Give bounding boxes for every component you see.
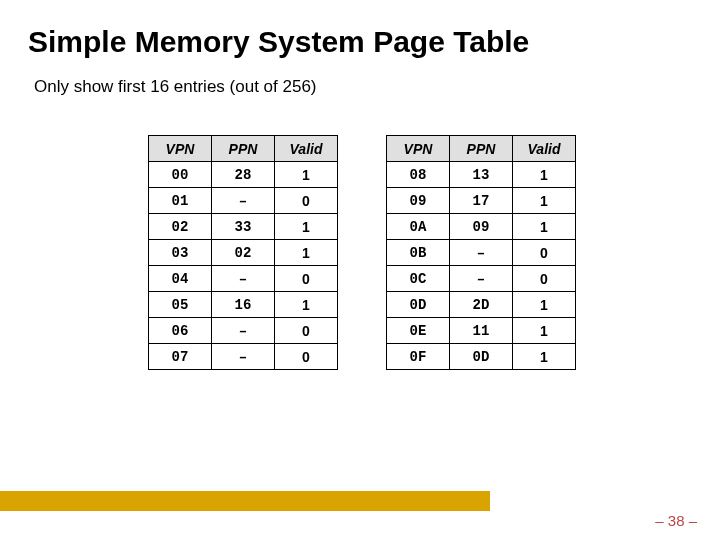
table-row: 01 – 0 bbox=[149, 188, 338, 214]
table-row: 03 02 1 bbox=[149, 240, 338, 266]
cell-ppn: 11 bbox=[450, 318, 513, 344]
cell-ppn: – bbox=[212, 318, 275, 344]
cell-vpn: 0E bbox=[387, 318, 450, 344]
table-row: 0E 11 1 bbox=[387, 318, 576, 344]
cell-valid: 1 bbox=[275, 240, 338, 266]
cell-ppn: 16 bbox=[212, 292, 275, 318]
cell-vpn: 0D bbox=[387, 292, 450, 318]
table-header-row: VPN PPN Valid bbox=[387, 136, 576, 162]
cell-valid: 1 bbox=[513, 188, 576, 214]
table-header-row: VPN PPN Valid bbox=[149, 136, 338, 162]
cell-ppn: 17 bbox=[450, 188, 513, 214]
page-table-right: VPN PPN Valid 08 13 1 09 17 1 0A 09 1 bbox=[386, 135, 576, 370]
cell-vpn: 0A bbox=[387, 214, 450, 240]
page-number: – 38 – bbox=[655, 512, 697, 529]
cell-ppn: – bbox=[212, 266, 275, 292]
cell-ppn: 2D bbox=[450, 292, 513, 318]
cell-ppn: – bbox=[450, 266, 513, 292]
cell-ppn: 13 bbox=[450, 162, 513, 188]
cell-valid: 1 bbox=[513, 344, 576, 370]
table-row: 04 – 0 bbox=[149, 266, 338, 292]
cell-valid: 0 bbox=[275, 266, 338, 292]
cell-vpn: 08 bbox=[387, 162, 450, 188]
cell-vpn: 0C bbox=[387, 266, 450, 292]
table-row: 08 13 1 bbox=[387, 162, 576, 188]
cell-vpn: 02 bbox=[149, 214, 212, 240]
cell-ppn: 02 bbox=[212, 240, 275, 266]
col-ppn: PPN bbox=[212, 136, 275, 162]
col-vpn: VPN bbox=[387, 136, 450, 162]
cell-valid: 1 bbox=[275, 162, 338, 188]
cell-valid: 0 bbox=[275, 188, 338, 214]
page-table-left: VPN PPN Valid 00 28 1 01 – 0 02 33 1 0 bbox=[148, 135, 338, 370]
page-subtitle: Only show first 16 entries (out of 256) bbox=[0, 59, 719, 97]
cell-vpn: 0F bbox=[387, 344, 450, 370]
tables-container: VPN PPN Valid 00 28 1 01 – 0 02 33 1 0 bbox=[0, 97, 719, 370]
cell-ppn: 09 bbox=[450, 214, 513, 240]
cell-valid: 1 bbox=[275, 214, 338, 240]
cell-vpn: 00 bbox=[149, 162, 212, 188]
table-row: 06 – 0 bbox=[149, 318, 338, 344]
table-row: 02 33 1 bbox=[149, 214, 338, 240]
table-row: 00 28 1 bbox=[149, 162, 338, 188]
table-row: 0F 0D 1 bbox=[387, 344, 576, 370]
cell-valid: 0 bbox=[275, 344, 338, 370]
table-row: 0C – 0 bbox=[387, 266, 576, 292]
table-row: 09 17 1 bbox=[387, 188, 576, 214]
table-row: 07 – 0 bbox=[149, 344, 338, 370]
cell-ppn: 28 bbox=[212, 162, 275, 188]
cell-valid: 1 bbox=[513, 318, 576, 344]
cell-valid: 0 bbox=[275, 318, 338, 344]
cell-valid: 1 bbox=[513, 162, 576, 188]
cell-vpn: 04 bbox=[149, 266, 212, 292]
table-row: 0D 2D 1 bbox=[387, 292, 576, 318]
cell-ppn: – bbox=[450, 240, 513, 266]
cell-valid: 0 bbox=[513, 240, 576, 266]
table-row: 0B – 0 bbox=[387, 240, 576, 266]
cell-vpn: 01 bbox=[149, 188, 212, 214]
cell-ppn: 33 bbox=[212, 214, 275, 240]
cell-vpn: 0B bbox=[387, 240, 450, 266]
col-valid: Valid bbox=[513, 136, 576, 162]
cell-ppn: – bbox=[212, 188, 275, 214]
cell-vpn: 06 bbox=[149, 318, 212, 344]
cell-vpn: 03 bbox=[149, 240, 212, 266]
footer-accent-bar bbox=[0, 491, 490, 511]
cell-valid: 1 bbox=[275, 292, 338, 318]
table-row: 0A 09 1 bbox=[387, 214, 576, 240]
cell-valid: 0 bbox=[513, 266, 576, 292]
table-row: 05 16 1 bbox=[149, 292, 338, 318]
cell-vpn: 09 bbox=[387, 188, 450, 214]
cell-vpn: 05 bbox=[149, 292, 212, 318]
cell-valid: 1 bbox=[513, 214, 576, 240]
col-ppn: PPN bbox=[450, 136, 513, 162]
col-valid: Valid bbox=[275, 136, 338, 162]
col-vpn: VPN bbox=[149, 136, 212, 162]
cell-ppn: – bbox=[212, 344, 275, 370]
page-title: Simple Memory System Page Table bbox=[0, 0, 719, 59]
cell-vpn: 07 bbox=[149, 344, 212, 370]
cell-ppn: 0D bbox=[450, 344, 513, 370]
cell-valid: 1 bbox=[513, 292, 576, 318]
